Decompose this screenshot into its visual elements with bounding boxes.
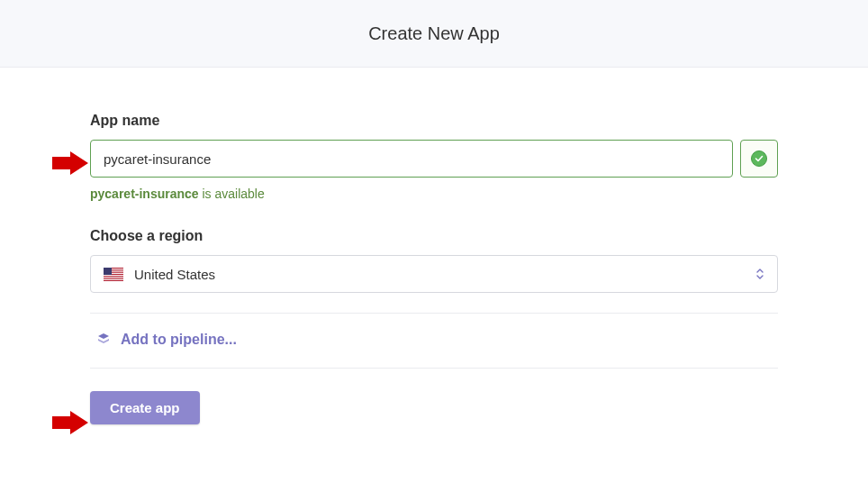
app-name-input[interactable] — [90, 140, 733, 178]
create-app-button[interactable]: Create app — [90, 391, 200, 424]
svg-rect-5 — [104, 277, 123, 278]
region-label: Choose a region — [90, 228, 778, 244]
region-select[interactable]: United States — [90, 255, 778, 293]
app-name-input-row — [90, 140, 778, 178]
select-arrows-icon — [755, 268, 764, 280]
svg-rect-4 — [104, 275, 123, 276]
pipeline-label: Add to pipeline... — [121, 332, 237, 348]
divider-2 — [90, 368, 778, 369]
form-container: App name pycaret-insurance is available … — [0, 68, 868, 424]
page-title: Create New App — [368, 23, 500, 44]
availability-check-badge — [740, 140, 778, 178]
us-flag-icon — [104, 268, 123, 281]
annotation-arrow-2 — [52, 411, 88, 434]
svg-rect-6 — [104, 278, 123, 279]
availability-name: pycaret-insurance — [90, 187, 199, 201]
checkmark-icon — [751, 150, 767, 167]
svg-rect-7 — [104, 268, 112, 275]
pipeline-icon — [95, 332, 112, 348]
app-name-field-wrapper — [90, 140, 778, 178]
page-header: Create New App — [0, 0, 868, 68]
add-to-pipeline-button[interactable]: Add to pipeline... — [90, 314, 778, 368]
annotation-arrow-1 — [52, 151, 88, 175]
region-selected-value: United States — [134, 267, 755, 282]
availability-message: pycaret-insurance is available — [90, 187, 778, 201]
app-name-label: App name — [90, 113, 778, 129]
availability-status: is available — [199, 187, 265, 201]
